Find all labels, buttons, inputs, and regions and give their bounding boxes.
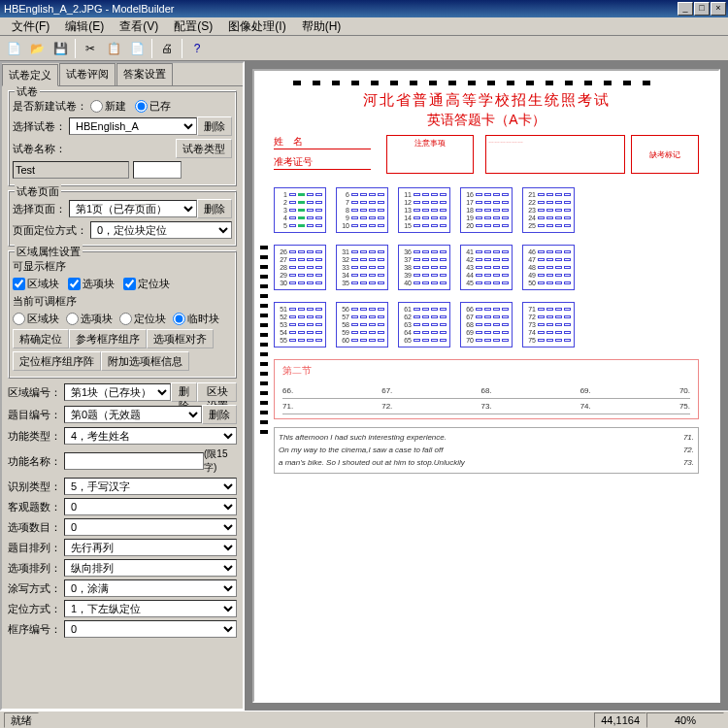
radio-new-label: 新建 bbox=[105, 99, 126, 114]
locate-label: 定位方式： bbox=[8, 602, 61, 616]
opt-arr-label: 选项排列： bbox=[8, 561, 61, 576]
absent-box: 缺考标记 bbox=[631, 135, 699, 174]
delete-page-button[interactable]: 删除 bbox=[197, 199, 232, 218]
tab-review[interactable]: 试卷评阅 bbox=[59, 63, 116, 85]
func-name-input[interactable] bbox=[64, 452, 204, 470]
page-select[interactable]: 第1页（已存页面） bbox=[69, 200, 197, 217]
answer-block: 6667686970 bbox=[460, 302, 513, 347]
paint-select[interactable]: 0，涂满 bbox=[64, 579, 237, 597]
btn-ref[interactable]: 参考框序组序 bbox=[69, 329, 147, 348]
client-area: 试卷定义 试卷评阅 答案设置 试卷 是否新建试卷： 新建 已存 选择试卷： HB… bbox=[0, 61, 728, 711]
sheet-header: 河北省普通高等学校招生统照考试 英语答题卡（A卡） bbox=[274, 91, 699, 129]
menubar: 文件(F) 编辑(E) 查看(V) 配置(S) 图像处理(I) 帮助(H) bbox=[0, 17, 728, 36]
answer-block: 1617181920 bbox=[460, 187, 513, 233]
menu-config[interactable]: 配置(S) bbox=[166, 17, 220, 36]
block-del[interactable]: 删除 bbox=[171, 382, 197, 402]
answer-block: 5657585960 bbox=[336, 302, 388, 347]
answer-block: 6162636465 bbox=[398, 302, 450, 347]
topic-select[interactable]: 第0题（无效题 bbox=[64, 406, 202, 423]
save-icon[interactable]: 💾 bbox=[50, 38, 71, 59]
copy-icon[interactable]: 📋 bbox=[103, 38, 124, 59]
group-region-title: 区域属性设置 bbox=[15, 245, 83, 259]
answer-block: 12345 bbox=[274, 187, 326, 233]
print-icon[interactable]: 🖨 bbox=[156, 38, 178, 59]
paper-type-button[interactable]: 试卷类型 bbox=[176, 139, 232, 158]
group-region: 区域属性设置 可显示框序 区域块 选项块 定位块 当前可调框序 区域块 选项块 … bbox=[8, 250, 237, 379]
func-type-select[interactable]: 4，考生姓名 bbox=[64, 427, 237, 445]
group-paper-title: 试卷 bbox=[15, 86, 40, 99]
menu-image[interactable]: 图像处理(I) bbox=[220, 17, 293, 36]
r-temp[interactable] bbox=[173, 313, 185, 325]
close-button[interactable]: × bbox=[711, 2, 726, 16]
group-page: 试卷页面 选择页面： 第1页（已存页面） 删除 页面定位方式： 0，定位块定位 bbox=[8, 190, 237, 247]
topic-arr-label: 题目排列： bbox=[8, 541, 61, 555]
rec-type-label: 识别类型： bbox=[8, 480, 61, 494]
essay-l3: a man's bike. So I shouted out at him to… bbox=[279, 457, 465, 470]
btn-append[interactable]: 附加选项框信息 bbox=[101, 351, 189, 371]
sheet-title: 河北省普通高等学校招生统照考试 bbox=[274, 91, 699, 110]
minimize-button[interactable]: _ bbox=[678, 2, 693, 16]
chk-region[interactable] bbox=[13, 278, 25, 290]
frame-label: 框序编号： bbox=[8, 622, 61, 637]
paste-icon[interactable]: 📄 bbox=[126, 38, 148, 59]
left-panel: 试卷定义 试卷评阅 答案设置 试卷 是否新建试卷： 新建 已存 选择试卷： HB… bbox=[0, 61, 245, 711]
paper-name-input[interactable] bbox=[13, 161, 129, 179]
open-icon[interactable]: 📂 bbox=[26, 38, 48, 59]
locate-select[interactable]: 1，下左纵定位 bbox=[64, 600, 237, 617]
cut-icon[interactable]: ✂ bbox=[80, 38, 101, 59]
new-icon[interactable]: 📄 bbox=[3, 38, 24, 59]
opt-count-label: 选项数目： bbox=[8, 520, 61, 535]
exam-no-label: 准考证号 bbox=[274, 155, 371, 170]
tab-define[interactable]: 试卷定义 bbox=[2, 64, 58, 86]
opt-arr-select[interactable]: 纵向排列 bbox=[64, 559, 237, 577]
tab-answer[interactable]: 答案设置 bbox=[116, 63, 173, 85]
chk-locate[interactable] bbox=[123, 278, 136, 290]
props-area: 区域编号： 第1块（已存块） 删除 区块设置 题目编号： 第0题（无效题 删除 … bbox=[8, 382, 237, 638]
anchor-select[interactable]: 0，定位块定位 bbox=[90, 221, 232, 239]
help-icon[interactable]: ? bbox=[186, 38, 208, 59]
btn-align[interactable]: 选项框对齐 bbox=[147, 329, 214, 348]
func-type-label: 功能类型： bbox=[8, 429, 61, 444]
answer-block: 4142434445 bbox=[460, 245, 513, 290]
menu-help[interactable]: 帮助(H) bbox=[294, 17, 349, 36]
topic-del[interactable]: 删除 bbox=[202, 405, 237, 424]
block-label: 区域编号： bbox=[8, 385, 61, 400]
paint-label: 涂写方式： bbox=[8, 581, 61, 596]
delete-paper-button[interactable]: 删除 bbox=[197, 116, 232, 136]
paper-name-label: 试卷名称： bbox=[13, 142, 66, 156]
r-region[interactable] bbox=[13, 313, 25, 325]
essay-l2: On my way to the cinema,I saw a case to … bbox=[279, 445, 443, 457]
menu-edit[interactable]: 编辑(E) bbox=[57, 17, 112, 36]
menu-view[interactable]: 查看(V) bbox=[112, 17, 166, 36]
menu-file[interactable]: 文件(F) bbox=[4, 17, 57, 36]
group-page-title: 试卷页面 bbox=[15, 184, 61, 199]
r-option[interactable] bbox=[66, 313, 79, 325]
obj-count-select[interactable]: 0 bbox=[64, 498, 237, 515]
top-timing-marks bbox=[274, 81, 699, 85]
btn-precise[interactable]: 精确定位 bbox=[13, 329, 69, 348]
func-name-hint: (限15字) bbox=[204, 447, 237, 475]
titlebar-text: HBEnglish_A_2.JPG - ModelBuilder bbox=[2, 3, 677, 15]
answer-block: 5152535455 bbox=[274, 302, 326, 347]
block-set[interactable]: 区块设置 bbox=[197, 382, 237, 402]
paper-extra-input[interactable] bbox=[133, 161, 182, 179]
r-locate[interactable] bbox=[119, 313, 132, 325]
block-select[interactable]: 第1块（已存块） bbox=[64, 383, 171, 401]
section2-box: 第二节 66.67.68.69.70. 71.72.73.74.75. bbox=[274, 359, 699, 419]
answer-sheet: 河北省普通高等学校招生统照考试 英语答题卡（A卡） 姓 名 准考证号 注意事项 … bbox=[252, 69, 720, 703]
status-ready: 就绪 bbox=[4, 712, 39, 728]
select-paper[interactable]: HBEnglish_A bbox=[69, 117, 197, 135]
maximize-button[interactable]: □ bbox=[694, 2, 710, 16]
radio-new[interactable] bbox=[90, 100, 103, 113]
frame-select[interactable]: 0 bbox=[64, 620, 237, 638]
chk-option[interactable] bbox=[68, 278, 81, 290]
page-select-label: 选择页面： bbox=[13, 202, 66, 216]
info-left: 姓 名 准考证号 bbox=[274, 135, 381, 176]
document-viewport[interactable]: 河北省普通高等学校招生统照考试 英语答题卡（A卡） 姓 名 准考证号 注意事项 … bbox=[245, 61, 728, 711]
topic-arr-select[interactable]: 先行再列 bbox=[64, 539, 237, 556]
btn-locate-arr[interactable]: 定位框序组序阵 bbox=[13, 351, 101, 371]
answer-block: 2122232425 bbox=[522, 187, 575, 233]
rec-type-select[interactable]: 5，手写汉字 bbox=[64, 478, 237, 495]
opt-count-select[interactable]: 0 bbox=[64, 518, 237, 536]
radio-exist[interactable] bbox=[135, 100, 148, 113]
